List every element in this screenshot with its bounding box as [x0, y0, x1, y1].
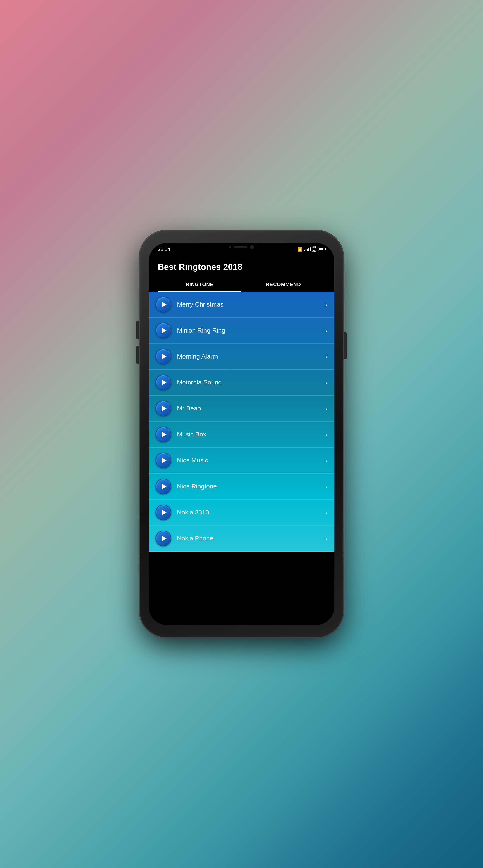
phone-screen: 22:14 📶 4G 2G — [149, 243, 334, 625]
battery-icon — [318, 248, 325, 251]
play-icon — [162, 458, 167, 463]
ringtone-name-minion-ring-ring: Minion Ring Ring — [177, 327, 325, 334]
play-icon — [162, 535, 167, 541]
play-button-music-box[interactable] — [155, 427, 171, 442]
ringtone-name-mr-bean: Mr Bean — [177, 405, 325, 412]
tab-ringtone[interactable]: RINGTONE — [158, 278, 242, 291]
2g-label: 2G — [312, 249, 316, 252]
signal-bar-1 — [304, 250, 305, 251]
list-item[interactable]: Merry Christmas › — [149, 291, 334, 318]
phone-device: 22:14 📶 4G 2G — [140, 230, 343, 638]
signal-bar-5 — [310, 247, 311, 251]
ringtone-list: Merry Christmas › Minion Ring Ring › — [149, 291, 334, 552]
chevron-icon: › — [325, 535, 328, 542]
play-button-merry-christmas[interactable] — [155, 297, 171, 312]
sensor-dot — [229, 246, 231, 248]
list-item[interactable]: Morning Alarm › — [149, 344, 334, 370]
list-item[interactable]: Mr Bean › — [149, 396, 334, 422]
list-item[interactable]: Minion Ring Ring › — [149, 318, 334, 344]
play-icon — [162, 328, 167, 333]
power-button[interactable] — [344, 332, 346, 360]
4g-label: 4G — [312, 246, 316, 249]
chevron-icon: › — [325, 301, 328, 308]
play-button-nokia-phone[interactable] — [155, 530, 171, 546]
app-header: Best Ringtones 2018 RINGTONE RECOMMEND — [149, 255, 334, 291]
volume-up-button[interactable] — [137, 321, 139, 339]
play-icon — [162, 432, 167, 437]
play-button-morning-alarm[interactable] — [155, 348, 171, 364]
ringtone-name-merry-christmas: Merry Christmas — [177, 301, 325, 308]
signal-bars — [304, 247, 311, 251]
ringtone-name-morning-alarm: Morning Alarm — [177, 353, 325, 360]
chevron-icon: › — [325, 405, 328, 412]
play-icon — [162, 302, 167, 307]
ringtone-name-motorola-sound: Motorola Sound — [177, 379, 325, 386]
play-button-motorola-sound[interactable] — [155, 375, 171, 391]
speaker-slot — [234, 246, 247, 248]
play-icon — [162, 405, 167, 411]
play-icon — [162, 509, 167, 515]
play-icon — [162, 353, 167, 360]
list-item[interactable]: Motorola Sound › — [149, 370, 334, 396]
battery-fill — [319, 248, 323, 250]
wifi-icon: 📶 — [297, 247, 303, 252]
chevron-icon: › — [325, 353, 328, 360]
lte-badge: 4G 2G — [312, 246, 316, 252]
chevron-icon: › — [325, 483, 328, 490]
list-item[interactable]: Nice Ringtone › — [149, 473, 334, 500]
screen-content: Best Ringtones 2018 RINGTONE RECOMMEND M… — [149, 255, 334, 625]
list-item[interactable]: Music Box › — [149, 422, 334, 447]
ringtone-name-nice-ringtone: Nice Ringtone — [177, 483, 325, 490]
chevron-icon: › — [325, 509, 328, 516]
ringtone-name-nice-music: Nice Music — [177, 457, 325, 464]
chevron-icon: › — [325, 327, 328, 334]
notch-area: 22:14 📶 4G 2G — [149, 243, 334, 255]
list-item[interactable]: Nokia 3310 › — [149, 500, 334, 526]
play-button-mr-bean[interactable] — [155, 401, 171, 416]
signal-bar-4 — [308, 248, 309, 251]
play-button-minion-ring-ring[interactable] — [155, 322, 171, 338]
play-button-nice-ringtone[interactable] — [155, 478, 171, 494]
list-item[interactable]: Nokia Phone › — [149, 526, 334, 552]
signal-bar-2 — [306, 249, 307, 251]
sensor-cluster — [229, 245, 254, 249]
tab-recommend[interactable]: RECOMMEND — [242, 278, 325, 291]
phone-body: 22:14 📶 4G 2G — [140, 230, 343, 638]
ringtone-name-music-box: Music Box — [177, 431, 325, 438]
play-icon — [162, 484, 167, 489]
ringtone-name-nokia-3310: Nokia 3310 — [177, 509, 325, 516]
status-icons: 📶 4G 2G — [297, 246, 325, 252]
play-icon — [162, 379, 167, 385]
ringtone-name-nokia-phone: Nokia Phone — [177, 535, 325, 542]
chevron-icon: › — [325, 379, 328, 386]
app-title: Best Ringtones 2018 — [158, 262, 325, 272]
list-item[interactable]: Nice Music › — [149, 447, 334, 473]
play-button-nokia-3310[interactable] — [155, 504, 171, 520]
chevron-icon: › — [325, 431, 328, 438]
play-button-nice-music[interactable] — [155, 453, 171, 468]
status-time: 22:14 — [158, 246, 170, 252]
tab-bar: RINGTONE RECOMMEND — [158, 278, 325, 291]
signal-bar-3 — [307, 249, 308, 251]
volume-down-button[interactable] — [137, 346, 139, 364]
battery-body — [318, 248, 325, 251]
camera-dot — [250, 245, 254, 249]
chevron-icon: › — [325, 457, 328, 464]
